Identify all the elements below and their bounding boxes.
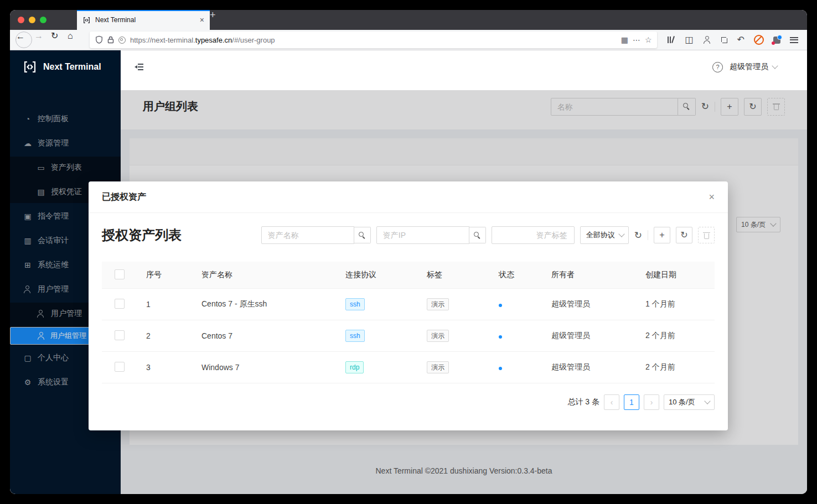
url-bar[interactable]: https://next-terminal.typesafe.cn/#/user…	[90, 32, 657, 48]
menu-icon[interactable]	[790, 37, 798, 43]
table-header-row: 序号 资产名称 连接协议 标签 状态 所有者 创建日期	[102, 262, 715, 289]
next-terminal-logo-icon	[22, 59, 38, 75]
modal-refresh-button[interactable]: ↻	[676, 227, 692, 243]
asset-name-input[interactable]	[261, 226, 354, 244]
status-dot	[499, 367, 502, 370]
library-icon[interactable]	[667, 36, 675, 44]
modal-toolbar: 授权资产列表 全部协议	[102, 226, 715, 244]
row-checkbox[interactable]	[115, 299, 125, 309]
back-button[interactable]: ←	[15, 32, 32, 48]
traffic-lights	[10, 10, 69, 30]
chevron-down-icon	[772, 63, 778, 69]
tab-title: Next Terminal	[95, 16, 195, 24]
trash-icon	[704, 232, 710, 239]
modal-page-size-value: 10 条/页	[669, 397, 695, 407]
modal-delete-button[interactable]	[698, 227, 715, 243]
cell-no: 3	[137, 352, 193, 383]
asset-tag-input[interactable]	[492, 226, 575, 244]
label-tag: 演示	[427, 361, 449, 373]
label-tag: 演示	[427, 330, 449, 342]
screenshot-icon[interactable]	[720, 36, 728, 44]
extension-icon[interactable]	[773, 37, 780, 44]
chevron-down-icon	[704, 398, 710, 404]
cell-asset-name: Windows 7	[193, 352, 337, 383]
cell-no: 1	[137, 289, 193, 320]
macos-zoom-button[interactable]	[40, 17, 46, 23]
modal-title: 已授权资产	[102, 191, 146, 203]
app-header: ? 超级管理员	[121, 50, 807, 84]
assets-heading: 授权资产列表	[102, 226, 182, 244]
search-icon	[359, 232, 366, 239]
protocol-tag: rdp	[345, 361, 364, 373]
account-icon[interactable]	[703, 36, 711, 44]
permissions-icon[interactable]	[118, 37, 126, 44]
column-header: 连接协议	[337, 262, 418, 289]
modal-close-icon[interactable]: ×	[709, 192, 715, 202]
cell-owner: 超级管理员	[542, 289, 637, 320]
home-button[interactable]: ⌂	[68, 32, 84, 48]
shield-icon[interactable]	[95, 35, 103, 44]
undo-icon[interactable]: ↶	[737, 35, 744, 44]
browser-tab[interactable]: Next Terminal ×	[77, 10, 210, 30]
logo-text: Next Terminal	[43, 62, 101, 72]
current-user-label: 超级管理员	[730, 62, 768, 72]
row-checkbox[interactable]	[115, 362, 125, 372]
url-text[interactable]: https://next-terminal.typesafe.cn/#/user…	[130, 36, 275, 44]
collapse-menu-icon[interactable]	[135, 64, 143, 70]
sidebar-toggle-icon[interactable]: ◫	[685, 35, 693, 44]
url-prefix: https://next-terminal.	[130, 36, 195, 44]
table-row[interactable]: 3 Windows 7 rdp 演示 超级管理员 2 个月前	[102, 352, 715, 383]
macos-close-button[interactable]	[18, 17, 24, 23]
column-header: 状态	[490, 262, 542, 289]
forward-button[interactable]: →	[34, 32, 51, 48]
modal-sync-icon-button[interactable]: ↻	[634, 231, 642, 240]
column-header: 资产名称	[193, 262, 337, 289]
modal-add-button[interactable]: +	[654, 227, 670, 243]
protocol-tag: ssh	[345, 298, 365, 310]
user-menu[interactable]: 超级管理员	[730, 62, 777, 72]
bookmark-star-icon[interactable]: ☆	[645, 36, 652, 44]
reload-button[interactable]: ↻	[51, 32, 68, 48]
cell-asset-name: Centos 7	[193, 320, 337, 352]
column-header: 序号	[137, 262, 193, 289]
blocked-icon[interactable]	[754, 35, 764, 45]
column-header: 所有者	[542, 262, 637, 289]
asset-name-search-group	[261, 226, 371, 244]
cell-owner: 超级管理员	[542, 352, 637, 383]
favicon-next-terminal	[82, 16, 91, 24]
cell-created: 1 个月前	[637, 289, 715, 320]
select-all-checkbox[interactable]	[115, 269, 125, 279]
column-header: 创建日期	[637, 262, 715, 289]
label-tag: 演示	[427, 298, 449, 310]
pagination: 总计 3 条 ‹ 1 › 10 条/页	[102, 394, 715, 410]
asset-ip-search-button[interactable]	[469, 227, 486, 243]
status-dot	[499, 304, 502, 307]
pagination-total: 总计 3 条	[567, 397, 599, 407]
help-icon[interactable]: ?	[712, 62, 723, 72]
status-dot	[499, 335, 502, 339]
modal-page-size-select[interactable]: 10 条/页	[664, 394, 715, 410]
macos-minimize-button[interactable]	[29, 17, 35, 23]
browser-window: Next Terminal × + ← → ↻ ⌂ https://next-t…	[10, 10, 807, 494]
cell-owner: 超级管理员	[542, 320, 637, 352]
toolbar-divider	[648, 230, 648, 240]
tab-close-icon[interactable]: ×	[200, 16, 204, 24]
row-checkbox[interactable]	[115, 330, 125, 340]
table-row[interactable]: 1 Centos 7 - 原生ssh ssh 演示 超级管理员 1 个月前	[102, 289, 715, 320]
cell-asset-name: Centos 7 - 原生ssh	[193, 289, 337, 320]
url-path: /#/user-group	[232, 36, 275, 44]
protocol-select[interactable]: 全部协议	[580, 226, 629, 244]
protocol-select-value: 全部协议	[586, 230, 615, 240]
new-tab-button[interactable]: +	[210, 10, 229, 30]
table-row[interactable]: 2 Centos 7 ssh 演示 超级管理员 2 个月前	[102, 320, 715, 352]
qr-grid-icon[interactable]: ▦	[621, 36, 628, 44]
asset-ip-input[interactable]	[376, 226, 469, 244]
prev-page-button[interactable]: ‹	[604, 394, 619, 410]
app-logo: Next Terminal	[10, 50, 121, 84]
lock-icon[interactable]	[107, 36, 114, 44]
next-page-button[interactable]: ›	[644, 394, 659, 410]
cell-created: 2 个月前	[637, 352, 715, 383]
page-actions-icon[interactable]: ⋯	[633, 36, 640, 44]
page-1-button[interactable]: 1	[624, 394, 639, 410]
asset-name-search-button[interactable]	[354, 227, 371, 243]
